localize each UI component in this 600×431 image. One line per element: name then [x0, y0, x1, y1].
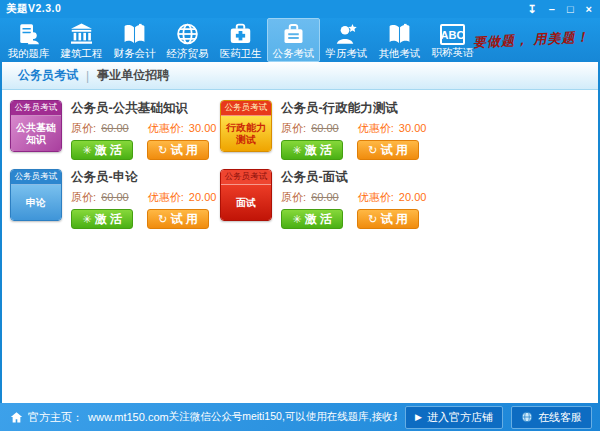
discount-price-label: 优惠价: — [358, 122, 394, 134]
tab-label: 财务会计 — [114, 47, 156, 61]
tab-my-question-bank[interactable]: 我的题库 — [2, 18, 55, 62]
trial-icon: ↻ — [158, 214, 167, 225]
trial-icon: ↻ — [368, 214, 377, 225]
maximize-icon[interactable]: □ — [567, 4, 574, 15]
product-card-mianshi: 公务员考试 面试 公务员-面试 原价: 60.00 优惠价: 20.00 ✳ 激 — [220, 169, 425, 224]
online-service-button[interactable]: 在线客服 — [511, 406, 592, 429]
original-price-label: 原价: — [281, 122, 306, 134]
service-button-label: 在线客服 — [538, 410, 582, 425]
discount-price-label: 优惠价: — [358, 191, 394, 203]
activate-button[interactable]: ✳ 激 活 — [281, 209, 343, 229]
breadcrumb-category[interactable]: 公务员考试 — [18, 67, 78, 84]
product-badge[interactable]: 公务员考试 公共基础知识 — [10, 100, 62, 152]
original-price-label: 原价: — [281, 191, 306, 203]
trial-button[interactable]: ↻ 试 用 — [357, 140, 419, 160]
product-badge[interactable]: 公务员考试 申论 — [10, 169, 62, 221]
product-info: 公务员-行政能力测试 原价: 60.00 优惠价: 30.00 ✳ 激 活 — [281, 100, 426, 155]
minimize-icon[interactable]: – — [549, 4, 555, 15]
shop-button-label: 进入官方店铺 — [427, 410, 493, 425]
trial-label: 试 用 — [380, 211, 407, 228]
original-price: 60.00 — [101, 122, 129, 134]
app-window: 美题V2.3.0 ↧ – □ × 我的题库 — [0, 0, 600, 431]
open-book-icon — [122, 22, 147, 46]
home-icon — [10, 411, 23, 424]
product-list: 公务员考试 公共基础知识 公务员-公共基础知识 原价: 60.00 优惠价: 3… — [2, 90, 598, 403]
footer-notice: 关注微信公众号meiti150,可以使用在线题库,接收最新考试动态。 — [169, 410, 397, 424]
main-toolbar: 我的题库 建筑工程 财务会计 — [0, 18, 600, 62]
breadcrumb: 公务员考试 | 事业单位招聘 — [2, 62, 598, 90]
tab-construction-engineering[interactable]: 建筑工程 — [55, 18, 108, 62]
play-arrow-icon: ▶ — [415, 412, 422, 422]
badge-subject: 行政能力测试 — [221, 116, 271, 151]
activate-icon: ✳ — [292, 145, 301, 156]
trial-label: 试 用 — [170, 142, 197, 159]
tab-title-english[interactable]: ABC 职称英语 — [426, 18, 479, 62]
book-icon — [387, 22, 412, 46]
product-title: 公务员-面试 — [281, 169, 426, 186]
status-bar: 官方主页： www.mt150.com 关注微信公众号meiti150,可以使用… — [0, 403, 600, 431]
activate-label: 激 活 — [304, 211, 331, 228]
activate-button[interactable]: ✳ 激 活 — [71, 209, 133, 229]
product-info: 公务员-面试 原价: 60.00 优惠价: 20.00 ✳ 激 活 ↻ — [281, 169, 426, 224]
globe-icon — [175, 22, 200, 46]
tab-finance-accounting[interactable]: 财务会计 — [108, 18, 161, 62]
badge-subject: 面试 — [221, 185, 271, 220]
product-card-xingce: 公务员考试 行政能力测试 公务员-行政能力测试 原价: 60.00 优惠价: 3… — [220, 100, 425, 155]
activate-icon: ✳ — [292, 214, 301, 225]
tab-economy-trade[interactable]: 经济贸易 — [161, 18, 214, 62]
question-bank-icon — [16, 22, 41, 46]
activate-icon: ✳ — [82, 214, 91, 225]
service-globe-icon — [521, 411, 533, 423]
product-card-shenlun: 公务员考试 申论 公务员-申论 原价: 60.00 优惠价: 20.00 ✳ 激 — [10, 169, 215, 224]
home-url-link[interactable]: www.mt150.com — [88, 411, 169, 423]
trial-button[interactable]: ↻ 试 用 — [147, 140, 209, 160]
button-row: ✳ 激 活 ↻ 试 用 — [281, 140, 426, 160]
discount-price: 20.00 — [399, 191, 427, 203]
discount-price-label: 优惠价: — [148, 191, 184, 203]
activate-label: 激 活 — [304, 142, 331, 159]
close-icon[interactable]: × — [586, 4, 592, 15]
product-info: 公务员-公共基础知识 原价: 60.00 优惠价: 30.00 ✳ 激 活 — [71, 100, 216, 155]
breadcrumb-current: 事业单位招聘 — [97, 67, 169, 84]
trial-label: 试 用 — [380, 142, 407, 159]
bank-building-icon — [69, 22, 94, 46]
activate-button[interactable]: ✳ 激 活 — [281, 140, 343, 160]
product-card-gongji: 公务员考试 公共基础知识 公务员-公共基础知识 原价: 60.00 优惠价: 3… — [10, 100, 215, 155]
price-row: 原价: 60.00 优惠价: 30.00 — [281, 121, 426, 136]
badge-subject: 公共基础知识 — [11, 116, 61, 151]
tab-academic-exam[interactable]: 学历考试 — [320, 18, 373, 62]
original-price: 60.00 — [101, 191, 129, 203]
activate-icon: ✳ — [82, 145, 91, 156]
breadcrumb-separator: | — [86, 69, 89, 83]
trial-button[interactable]: ↻ 试 用 — [357, 209, 419, 229]
price-row: 原价: 60.00 优惠价: 30.00 — [71, 121, 216, 136]
brand-slogan: 要做题， 用美题！ — [473, 28, 590, 52]
tab-other-exams[interactable]: 其他考试 — [373, 18, 426, 62]
original-price: 60.00 — [311, 122, 339, 134]
tab-medical-health[interactable]: 医药卫生 — [214, 18, 267, 62]
activate-label: 激 活 — [94, 211, 121, 228]
price-row: 原价: 60.00 优惠价: 20.00 — [281, 190, 426, 205]
update-download-icon[interactable]: ↧ — [528, 4, 537, 15]
discount-price: 20.00 — [189, 191, 217, 203]
trial-icon: ↻ — [368, 145, 377, 156]
badge-category: 公务员考试 — [11, 101, 61, 116]
product-title: 公务员-公共基础知识 — [71, 100, 216, 117]
product-badge[interactable]: 公务员考试 面试 — [220, 169, 272, 221]
price-row: 原价: 60.00 优惠价: 20.00 — [71, 190, 216, 205]
badge-category: 公务员考试 — [11, 170, 61, 185]
tab-civil-service-exam[interactable]: 公务考试 — [267, 18, 320, 62]
trial-button[interactable]: ↻ 试 用 — [147, 209, 209, 229]
activate-label: 激 活 — [94, 142, 121, 159]
activate-button[interactable]: ✳ 激 活 — [71, 140, 133, 160]
original-price: 60.00 — [311, 191, 339, 203]
tab-label: 我的题库 — [8, 47, 50, 61]
trial-icon: ↻ — [158, 145, 167, 156]
official-shop-button[interactable]: ▶ 进入官方店铺 — [405, 406, 503, 429]
main-frame: 公务员考试 | 事业单位招聘 公务员考试 公共基础知识 公务员-公共基础知识 原… — [0, 62, 600, 403]
badge-subject: 申论 — [11, 185, 61, 220]
product-badge[interactable]: 公务员考试 行政能力测试 — [220, 100, 272, 152]
product-title: 公务员-行政能力测试 — [281, 100, 426, 117]
briefcase-icon — [281, 22, 306, 46]
tab-label: 经济贸易 — [167, 47, 209, 61]
